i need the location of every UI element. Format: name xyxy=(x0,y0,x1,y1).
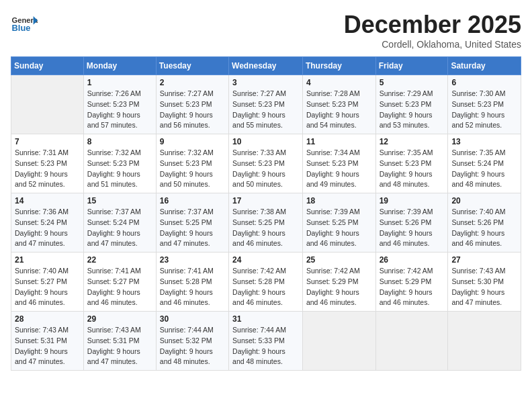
day-number: 27 xyxy=(451,255,517,265)
calendar-week-4: 28 Sunrise: 7:43 AMSunset: 5:31 PMDaylig… xyxy=(11,312,521,371)
day-detail: Sunrise: 7:30 AMSunset: 5:23 PMDaylight:… xyxy=(451,89,505,129)
calendar-cell: 22 Sunrise: 7:41 AMSunset: 5:27 PMDaylig… xyxy=(83,253,156,312)
calendar-cell xyxy=(375,312,448,371)
day-number: 14 xyxy=(15,196,80,205)
day-number: 8 xyxy=(87,137,152,146)
day-detail: Sunrise: 7:43 AMSunset: 5:31 PMDaylight:… xyxy=(15,326,69,365)
calendar-cell: 16 Sunrise: 7:37 AMSunset: 5:25 PMDaylig… xyxy=(156,193,228,253)
calendar-cell: 4 Sunrise: 7:28 AMSunset: 5:23 PMDayligh… xyxy=(302,75,375,134)
calendar-cell: 31 Sunrise: 7:44 AMSunset: 5:33 PMDaylig… xyxy=(229,312,303,371)
day-detail: Sunrise: 7:28 AMSunset: 5:23 PMDaylight:… xyxy=(306,89,360,129)
calendar-cell: 25 Sunrise: 7:42 AMSunset: 5:29 PMDaylig… xyxy=(302,253,375,312)
calendar-cell: 2 Sunrise: 7:27 AMSunset: 5:23 PMDayligh… xyxy=(156,75,228,134)
day-detail: Sunrise: 7:42 AMSunset: 5:28 PMDaylight:… xyxy=(232,267,286,306)
day-number: 6 xyxy=(451,78,517,87)
calendar-cell: 18 Sunrise: 7:39 AMSunset: 5:25 PMDaylig… xyxy=(302,193,375,253)
day-number: 17 xyxy=(232,196,299,205)
calendar-cell: 20 Sunrise: 7:40 AMSunset: 5:26 PMDaylig… xyxy=(448,193,521,253)
svg-text:Blue: Blue xyxy=(12,23,31,33)
calendar-cell xyxy=(448,312,521,371)
day-number: 24 xyxy=(232,255,299,265)
calendar-cell: 12 Sunrise: 7:35 AMSunset: 5:23 PMDaylig… xyxy=(375,134,448,193)
day-detail: Sunrise: 7:27 AMSunset: 5:23 PMDaylight:… xyxy=(232,89,286,129)
calendar-cell: 19 Sunrise: 7:39 AMSunset: 5:26 PMDaylig… xyxy=(375,193,448,253)
calendar-cell: 5 Sunrise: 7:29 AMSunset: 5:23 PMDayligh… xyxy=(375,75,448,134)
day-detail: Sunrise: 7:26 AMSunset: 5:23 PMDaylight:… xyxy=(87,89,141,129)
header-sunday: Sunday xyxy=(11,57,84,75)
day-detail: Sunrise: 7:40 AMSunset: 5:27 PMDaylight:… xyxy=(15,267,69,306)
day-number: 28 xyxy=(15,314,80,324)
day-number: 19 xyxy=(380,196,445,205)
day-number: 26 xyxy=(380,255,445,265)
day-detail: Sunrise: 7:27 AMSunset: 5:23 PMDaylight:… xyxy=(160,89,214,129)
calendar-cell: 6 Sunrise: 7:30 AMSunset: 5:23 PMDayligh… xyxy=(448,75,521,134)
day-detail: Sunrise: 7:33 AMSunset: 5:23 PMDaylight:… xyxy=(232,148,286,188)
day-number: 29 xyxy=(87,314,152,324)
calendar-cell: 10 Sunrise: 7:33 AMSunset: 5:23 PMDaylig… xyxy=(229,134,303,193)
header-row: Sunday Monday Tuesday Wednesday Thursday… xyxy=(11,57,521,75)
calendar-cell: 27 Sunrise: 7:43 AMSunset: 5:30 PMDaylig… xyxy=(448,253,521,312)
header-thursday: Thursday xyxy=(302,57,375,75)
header-tuesday: Tuesday xyxy=(156,57,228,75)
day-number: 31 xyxy=(232,314,299,324)
calendar-cell: 3 Sunrise: 7:27 AMSunset: 5:23 PMDayligh… xyxy=(229,75,303,134)
calendar-week-0: 1 Sunrise: 7:26 AMSunset: 5:23 PMDayligh… xyxy=(11,75,521,134)
day-detail: Sunrise: 7:29 AMSunset: 5:23 PMDaylight:… xyxy=(380,89,433,129)
day-number: 10 xyxy=(232,137,299,146)
header-friday: Friday xyxy=(375,57,448,75)
calendar-cell xyxy=(302,312,375,371)
day-detail: Sunrise: 7:37 AMSunset: 5:25 PMDaylight:… xyxy=(160,208,214,247)
day-detail: Sunrise: 7:31 AMSunset: 5:23 PMDaylight:… xyxy=(15,148,69,188)
day-detail: Sunrise: 7:42 AMSunset: 5:29 PMDaylight:… xyxy=(380,267,433,306)
calendar-cell: 7 Sunrise: 7:31 AMSunset: 5:23 PMDayligh… xyxy=(11,134,84,193)
logo-icon: General Blue xyxy=(11,11,38,38)
day-number: 15 xyxy=(87,196,152,205)
calendar-cell: 11 Sunrise: 7:34 AMSunset: 5:23 PMDaylig… xyxy=(302,134,375,193)
calendar-cell: 29 Sunrise: 7:43 AMSunset: 5:31 PMDaylig… xyxy=(83,312,156,371)
day-detail: Sunrise: 7:32 AMSunset: 5:23 PMDaylight:… xyxy=(87,148,141,188)
calendar-cell: 30 Sunrise: 7:44 AMSunset: 5:32 PMDaylig… xyxy=(156,312,228,371)
day-detail: Sunrise: 7:35 AMSunset: 5:23 PMDaylight:… xyxy=(380,148,433,188)
calendar-cell: 13 Sunrise: 7:35 AMSunset: 5:24 PMDaylig… xyxy=(448,134,521,193)
day-detail: Sunrise: 7:39 AMSunset: 5:26 PMDaylight:… xyxy=(380,208,433,247)
header-saturday: Saturday xyxy=(448,57,521,75)
calendar-cell: 1 Sunrise: 7:26 AMSunset: 5:23 PMDayligh… xyxy=(83,75,156,134)
calendar-cell: 26 Sunrise: 7:42 AMSunset: 5:29 PMDaylig… xyxy=(375,253,448,312)
day-number: 9 xyxy=(160,137,225,146)
calendar-cell: 8 Sunrise: 7:32 AMSunset: 5:23 PMDayligh… xyxy=(83,134,156,193)
calendar-cell: 21 Sunrise: 7:40 AMSunset: 5:27 PMDaylig… xyxy=(11,253,84,312)
day-detail: Sunrise: 7:44 AMSunset: 5:33 PMDaylight:… xyxy=(232,326,286,365)
calendar-cell: 28 Sunrise: 7:43 AMSunset: 5:31 PMDaylig… xyxy=(11,312,84,371)
day-number: 22 xyxy=(87,255,152,265)
day-detail: Sunrise: 7:36 AMSunset: 5:24 PMDaylight:… xyxy=(15,208,69,247)
calendar-week-2: 14 Sunrise: 7:36 AMSunset: 5:24 PMDaylig… xyxy=(11,193,521,253)
day-number: 2 xyxy=(160,78,225,87)
day-detail: Sunrise: 7:41 AMSunset: 5:27 PMDaylight:… xyxy=(87,267,141,306)
day-number: 25 xyxy=(306,255,372,265)
day-number: 5 xyxy=(380,78,445,87)
calendar-cell: 15 Sunrise: 7:37 AMSunset: 5:24 PMDaylig… xyxy=(83,193,156,253)
calendar-cell: 24 Sunrise: 7:42 AMSunset: 5:28 PMDaylig… xyxy=(229,253,303,312)
calendar-week-1: 7 Sunrise: 7:31 AMSunset: 5:23 PMDayligh… xyxy=(11,134,521,193)
calendar-table: Sunday Monday Tuesday Wednesday Thursday… xyxy=(11,56,521,371)
calendar-cell xyxy=(11,75,84,134)
day-detail: Sunrise: 7:42 AMSunset: 5:29 PMDaylight:… xyxy=(306,267,360,306)
day-number: 18 xyxy=(306,196,372,205)
location-title: Cordell, Oklahoma, United States xyxy=(344,39,521,50)
day-detail: Sunrise: 7:43 AMSunset: 5:31 PMDaylight:… xyxy=(87,326,141,365)
day-number: 1 xyxy=(87,78,152,87)
calendar-body: 1 Sunrise: 7:26 AMSunset: 5:23 PMDayligh… xyxy=(11,75,521,371)
month-title: December 2025 xyxy=(344,11,521,39)
day-number: 20 xyxy=(451,196,517,205)
calendar-week-3: 21 Sunrise: 7:40 AMSunset: 5:27 PMDaylig… xyxy=(11,253,521,312)
day-detail: Sunrise: 7:32 AMSunset: 5:23 PMDaylight:… xyxy=(160,148,214,188)
header-monday: Monday xyxy=(83,57,156,75)
day-number: 30 xyxy=(160,314,225,324)
header-wednesday: Wednesday xyxy=(229,57,303,75)
title-area: December 2025 Cordell, Oklahoma, United … xyxy=(344,11,521,50)
day-number: 7 xyxy=(15,137,80,146)
day-number: 13 xyxy=(451,137,517,146)
day-number: 23 xyxy=(160,255,225,265)
day-detail: Sunrise: 7:39 AMSunset: 5:25 PMDaylight:… xyxy=(306,208,360,247)
day-number: 3 xyxy=(232,78,299,87)
